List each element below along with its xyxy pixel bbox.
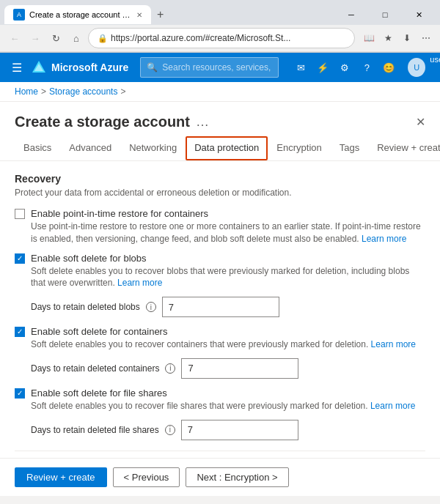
- tab-encryption[interactable]: Encryption: [268, 136, 330, 160]
- azure-logo-icon: [31, 59, 47, 75]
- back-button[interactable]: ←: [6, 29, 23, 47]
- settings-icon[interactable]: ⋯: [418, 30, 434, 46]
- browser-tab[interactable]: A Create a storage account - Micr... ✕: [4, 5, 151, 24]
- tab-tags[interactable]: Tags: [331, 136, 368, 160]
- tab-title: Create a storage account - Micr...: [29, 10, 132, 19]
- address-text: https://portal.azure.com/#create/Microso…: [111, 33, 345, 43]
- tab-data-protection[interactable]: Data protection: [186, 136, 268, 160]
- breadcrumb-home[interactable]: Home: [15, 86, 38, 97]
- soft-delete-blobs-checkbox[interactable]: [15, 253, 25, 264]
- next-button[interactable]: Next : Encryption >: [186, 467, 288, 487]
- breadcrumb-storage[interactable]: Storage accounts: [49, 86, 117, 97]
- directory-icon[interactable]: ⚙: [334, 57, 355, 78]
- new-tab-button[interactable]: +: [154, 8, 166, 21]
- page-title: Create a storage account: [15, 114, 190, 130]
- browser-chrome: A Create a storage account - Micr... ✕ +…: [0, 0, 440, 53]
- point-in-time-learn-more[interactable]: Learn more: [362, 234, 406, 244]
- soft-delete-blobs-group: Enable soft delete for blobs Soft delete…: [15, 253, 425, 318]
- soft-delete-blobs-desc: Soft delete enables you to recover blobs…: [31, 265, 425, 290]
- tab-advanced[interactable]: Advanced: [60, 136, 120, 160]
- soft-delete-containers-learn-more[interactable]: Learn more: [371, 339, 416, 349]
- tab-networking[interactable]: Networking: [120, 136, 186, 160]
- header-icons: ✉ ⚡ ⚙ ? 😊: [290, 57, 399, 78]
- blobs-retain-info-icon[interactable]: i: [146, 302, 156, 312]
- page-menu-button[interactable]: …: [196, 114, 209, 130]
- soft-delete-containers-checkbox[interactable]: [15, 327, 25, 337]
- reading-view-icon[interactable]: 📖: [361, 30, 377, 46]
- user-directory: DEFAULT DIRECTORY: [428, 64, 440, 80]
- content-wrapper: Create a storage account … ✕ Basics Adva…: [0, 102, 440, 496]
- soft-delete-containers-row: Enable soft delete for containers Soft d…: [15, 326, 425, 351]
- notifications-icon[interactable]: ✉: [290, 57, 311, 78]
- soft-delete-containers-group: Enable soft delete for containers Soft d…: [15, 326, 425, 379]
- minimize-button[interactable]: ─: [334, 4, 368, 25]
- soft-delete-file-shares-desc: Soft delete enables you to recover file …: [31, 400, 415, 412]
- soft-delete-file-shares-row: Enable soft delete for file shares Soft …: [15, 388, 425, 412]
- form-content: Recovery Protect your data from accident…: [0, 161, 440, 496]
- soft-delete-file-shares-learn-more[interactable]: Learn more: [370, 401, 415, 411]
- help-icon[interactable]: ?: [356, 57, 377, 78]
- file-shares-retain-field-row: Days to retain deleted file shares i: [31, 420, 425, 440]
- tabs: Basics Advanced Networking Data protecti…: [0, 136, 440, 161]
- soft-delete-blobs-row: Enable soft delete for blobs Soft delete…: [15, 253, 425, 290]
- page-header: Create a storage account … ✕: [0, 102, 440, 136]
- file-shares-retain-input[interactable]: [181, 420, 298, 440]
- containers-retain-info-icon[interactable]: i: [165, 363, 175, 374]
- home-button[interactable]: ⌂: [67, 29, 85, 47]
- containers-retain-input[interactable]: [181, 358, 298, 379]
- soft-delete-file-shares-content: Enable soft delete for file shares Soft …: [31, 388, 415, 412]
- containers-retain-field-row: Days to retain deleted containers i: [31, 358, 425, 379]
- restore-button[interactable]: □: [368, 4, 402, 25]
- breadcrumb-sep-2: >: [120, 86, 125, 97]
- point-in-time-desc: Use point-in-time restore to restore one…: [31, 220, 425, 245]
- favorites-icon[interactable]: ★: [380, 30, 396, 46]
- user-info[interactable]: U user@contoso.com DEFAULT DIRECTORY: [405, 55, 440, 80]
- main-content: Create a storage account … ✕ Basics Adva…: [0, 102, 440, 496]
- lock-icon: 🔒: [98, 34, 108, 43]
- nav-bar: ← → ↻ ⌂ 🔒 https://portal.azure.com/#crea…: [0, 25, 440, 52]
- tab-favicon: A: [13, 9, 25, 21]
- soft-delete-file-shares-group: Enable soft delete for file shares Soft …: [15, 388, 425, 440]
- soft-delete-containers-content: Enable soft delete for containers Soft d…: [31, 326, 416, 351]
- soft-delete-blobs-label: Enable soft delete for blobs: [31, 253, 425, 264]
- point-in-time-label: Enable point-in-time restore for contain…: [31, 208, 425, 219]
- previous-button[interactable]: < Previous: [113, 467, 180, 487]
- point-in-time-checkbox[interactable]: [15, 209, 25, 219]
- address-bar[interactable]: 🔒 https://portal.azure.com/#create/Micro…: [88, 28, 355, 48]
- tab-basics[interactable]: Basics: [15, 136, 60, 160]
- soft-delete-blobs-learn-more[interactable]: Learn more: [117, 278, 162, 288]
- soft-delete-file-shares-label: Enable soft delete for file shares: [31, 388, 415, 399]
- soft-delete-containers-label: Enable soft delete for containers: [31, 326, 416, 337]
- tab-review-create[interactable]: Review + create: [368, 136, 440, 160]
- tab-close-icon[interactable]: ✕: [136, 11, 142, 19]
- soft-delete-containers-desc: Soft delete enables you to recover conta…: [31, 338, 416, 351]
- section-divider-1: [15, 451, 425, 451]
- avatar: U: [408, 58, 425, 77]
- close-panel-button[interactable]: ✕: [416, 115, 425, 129]
- soft-delete-file-shares-checkbox[interactable]: [15, 388, 25, 399]
- close-button[interactable]: ✕: [402, 4, 436, 25]
- soft-delete-blobs-content: Enable soft delete for blobs Soft delete…: [31, 253, 425, 290]
- refresh-button[interactable]: ↻: [47, 29, 65, 47]
- azure-search-box[interactable]: 🔍: [140, 57, 279, 78]
- tab-bar: A Create a storage account - Micr... ✕ +…: [0, 0, 440, 25]
- search-input[interactable]: [162, 62, 272, 73]
- recovery-desc: Protect your data from accidental or err…: [15, 188, 425, 198]
- point-in-time-content: Enable point-in-time restore for contain…: [31, 208, 425, 245]
- downloads-icon[interactable]: ⬇: [399, 30, 415, 46]
- review-create-button[interactable]: Review + create: [15, 467, 107, 487]
- feedback-icon[interactable]: 😊: [378, 57, 399, 78]
- recovery-title: Recovery: [15, 173, 425, 185]
- cloud-shell-icon[interactable]: ⚡: [312, 57, 333, 78]
- azure-logo: Microsoft Azure: [31, 59, 128, 75]
- point-in-time-row: Enable point-in-time restore for contain…: [15, 208, 425, 245]
- azure-header: ☰ Microsoft Azure 🔍 ✉ ⚡ ⚙ ? 😊 U user@con…: [0, 53, 440, 82]
- azure-logo-text: Microsoft Azure: [51, 62, 128, 73]
- file-shares-retain-label: Days to retain deleted file shares: [31, 425, 159, 435]
- breadcrumb-sep-1: >: [41, 86, 46, 97]
- hamburger-menu-button[interactable]: ☰: [9, 58, 25, 78]
- forward-button[interactable]: →: [26, 29, 44, 47]
- window-controls: ─ □ ✕: [334, 4, 436, 25]
- file-shares-retain-info-icon[interactable]: i: [165, 425, 175, 435]
- blobs-retain-input[interactable]: [162, 297, 279, 317]
